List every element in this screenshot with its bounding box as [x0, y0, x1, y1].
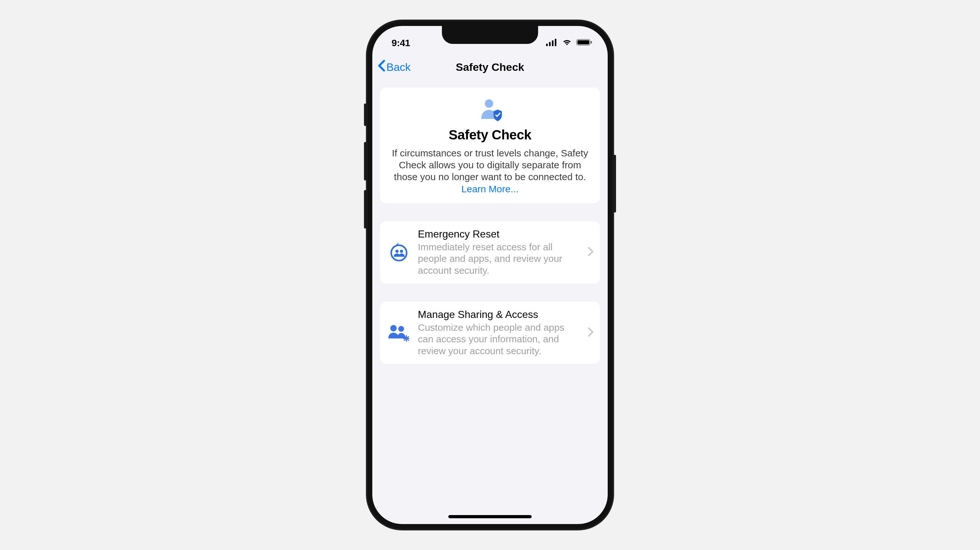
status-time: 9:41	[391, 32, 410, 48]
emergency-reset-option[interactable]: Emergency Reset Immediately reset access…	[380, 221, 600, 284]
volume-down-button	[364, 190, 366, 229]
svg-rect-6	[591, 41, 592, 44]
battery-icon	[576, 38, 592, 48]
learn-more-link[interactable]: Learn More...	[461, 184, 519, 194]
svg-rect-15	[406, 340, 407, 342]
power-button	[614, 155, 616, 213]
svg-rect-5	[578, 40, 589, 45]
svg-rect-3	[555, 39, 556, 46]
notch	[442, 26, 538, 44]
hero-description: If circumstances or trust levels change,…	[391, 147, 589, 195]
svg-point-7	[485, 99, 493, 108]
cellular-icon	[546, 38, 558, 48]
svg-point-9	[395, 250, 399, 253]
phone-screen: 9:41	[372, 26, 608, 524]
phone-frame: 9:41	[366, 20, 614, 530]
hero-title: Safety Check	[391, 127, 589, 143]
nav-title: Safety Check	[456, 61, 524, 73]
option-title: Manage Sharing & Access	[418, 308, 580, 321]
chevron-right-icon	[588, 327, 593, 338]
svg-point-13	[405, 337, 408, 340]
svg-rect-1	[549, 42, 550, 46]
silence-switch	[364, 103, 366, 126]
option-description: Immediately reset access for all people …	[418, 242, 580, 277]
svg-point-11	[390, 325, 397, 331]
svg-rect-17	[408, 338, 409, 339]
safety-check-person-shield-icon	[391, 99, 589, 121]
nav-bar: Back Safety Check	[372, 54, 608, 80]
back-button[interactable]: Back	[377, 60, 411, 74]
svg-point-10	[400, 250, 403, 253]
manage-sharing-icon	[388, 321, 410, 344]
option-title: Emergency Reset	[418, 228, 580, 240]
back-label: Back	[387, 61, 411, 73]
chevron-left-icon	[377, 60, 386, 74]
content-area: Safety Check If circumstances or trust l…	[372, 80, 608, 389]
option-description: Customize which people and apps can acce…	[418, 322, 580, 357]
volume-up-button	[364, 142, 366, 180]
svg-point-8	[391, 245, 407, 261]
wifi-icon	[562, 38, 573, 48]
home-indicator[interactable]	[448, 515, 532, 518]
chevron-right-icon	[588, 247, 593, 258]
svg-rect-16	[403, 338, 405, 339]
svg-rect-2	[552, 40, 554, 46]
svg-rect-14	[406, 335, 407, 337]
hero-card: Safety Check If circumstances or trust l…	[380, 87, 600, 203]
emergency-reset-icon	[388, 241, 410, 264]
svg-point-12	[398, 326, 404, 332]
svg-rect-0	[546, 44, 548, 46]
manage-sharing-option[interactable]: Manage Sharing & Access Customize which …	[380, 302, 600, 364]
